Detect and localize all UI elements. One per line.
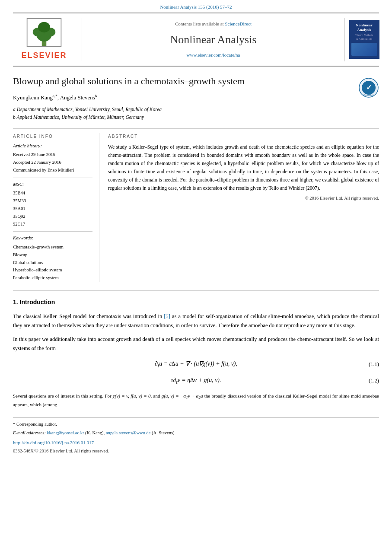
msc-code-2: 35M33 bbox=[13, 197, 92, 205]
equation-1-1: ∂tu = ε∆u − ∇ · (u∇χ(v)) + f(u, v), (1.1… bbox=[13, 359, 379, 369]
email2-link[interactable]: angela.stevens@wwu.de bbox=[106, 430, 151, 435]
affil-a: a Department of Mathematics, Yonsei Univ… bbox=[13, 105, 379, 113]
email1-link[interactable]: kkang@yonsei.ac.kr bbox=[47, 430, 84, 435]
svg-point-4 bbox=[38, 22, 50, 32]
author1-name: Kyungkeun Kang bbox=[13, 94, 53, 101]
paper-content: ✓ CrossMark Blowup and global solutions … bbox=[13, 75, 379, 455]
msc-code-1: 35B44 bbox=[13, 189, 92, 197]
corresponding-author-note: * Corresponding author. bbox=[13, 421, 379, 428]
journal-center: Contents lists available at ScienceDirec… bbox=[82, 18, 344, 61]
abstract-text: We study a Keller–Segel type of system, … bbox=[108, 143, 379, 192]
separator-1 bbox=[13, 128, 379, 129]
crossmark-icon: ✓ CrossMark bbox=[358, 77, 379, 98]
copyright-line: © 2016 Elsevier Ltd. All rights reserved… bbox=[108, 195, 379, 202]
info-sep-2 bbox=[13, 231, 92, 232]
intro-section: 1. Introduction The classical Keller–Seg… bbox=[13, 290, 379, 408]
cover-title: NonlinearAnalysis bbox=[356, 23, 373, 32]
two-column-section: ARTICLE INFO Article history: Received 2… bbox=[13, 133, 379, 282]
svg-text:CrossMark: CrossMark bbox=[363, 94, 374, 96]
abstract-title: ABSTRACT bbox=[108, 133, 379, 140]
intro-para1-text: The classical Keller–Segel model for che… bbox=[13, 313, 164, 319]
author2-name: Angela Stevens bbox=[60, 94, 95, 101]
email-label: E-mail addresses: bbox=[13, 430, 46, 435]
ref-5-link[interactable]: [5] bbox=[164, 313, 170, 319]
keywords-label: Keywords: bbox=[13, 234, 92, 242]
elsevier-tree-icon bbox=[25, 18, 64, 48]
para3-math2: g(u, v) = −α1v + α2u bbox=[162, 393, 203, 398]
cover-subtitle: Theory, Methods& Applications bbox=[355, 33, 373, 41]
para3-math1: χ(v) = v, f(u, v) = 0, bbox=[113, 393, 152, 398]
cover-box: NonlinearAnalysis Theory, Methods& Appli… bbox=[349, 20, 379, 59]
affil-b-text: b Applied Mathematics, University of Mün… bbox=[13, 113, 144, 121]
abstract-section: ABSTRACT We study a Keller–Segel type of… bbox=[108, 133, 379, 282]
eq2-math: τ∂tv = η∆v + g(u, v). bbox=[171, 377, 221, 383]
keywords-list: Chemotaxis–growth system Blowup Global s… bbox=[13, 243, 92, 282]
article-dates: Received 29 June 2015 Accepted 22 Januar… bbox=[13, 151, 92, 174]
contents-label: Contents lists available at bbox=[175, 21, 224, 26]
communicated-by: Communicated by Enzo Mitidieri bbox=[13, 166, 92, 174]
author2-sup: b bbox=[95, 94, 97, 98]
section-heading-intro: 1. Introduction bbox=[13, 298, 379, 307]
affil-b: b Applied Mathematics, University of Mün… bbox=[13, 113, 379, 121]
accepted-date: Accepted 22 January 2016 bbox=[13, 159, 92, 166]
email2-name: (A. Stevens). bbox=[152, 430, 175, 435]
paper-title: Blowup and global solutions in a chemota… bbox=[13, 75, 379, 88]
doi-text: http://dx.doi.org/10.1016/j.na.2016.01.0… bbox=[13, 440, 94, 445]
msc-code-4: 35Q92 bbox=[13, 213, 92, 220]
footnote-section: * Corresponding author. E-mail addresses… bbox=[13, 417, 379, 455]
authors-line: Kyungkeun Kanga,*, Angela Stevensb bbox=[13, 93, 379, 102]
section-number: 1. bbox=[13, 299, 18, 306]
eq1-math: ∂tu = ε∆u − ∇ · (u∇χ(v)) + f(u, v), bbox=[155, 360, 237, 367]
para3-text2: and bbox=[152, 393, 161, 398]
keyword-3: Global solutions bbox=[13, 259, 92, 267]
author1-sup-star: ,* bbox=[54, 94, 57, 98]
intro-para3: Several questions are of interest in thi… bbox=[13, 392, 379, 408]
corresponding-label: * Corresponding author. bbox=[13, 422, 57, 427]
article-info: ARTICLE INFO Article history: Received 2… bbox=[13, 133, 99, 282]
affil-a-text: a Department of Mathematics, Yonsei Univ… bbox=[13, 105, 162, 113]
info-sep-1 bbox=[13, 178, 92, 178]
journal-citation-text: Nonlinear Analysis 135 (2016) 57–72 bbox=[160, 4, 232, 10]
email-addresses: E-mail addresses: kkang@yonsei.ac.kr (K.… bbox=[13, 430, 379, 436]
journal-header: ELSEVIER Contents lists available at Sci… bbox=[13, 13, 379, 67]
equation-1-2: τ∂tv = η∆v + g(u, v). (1.2) bbox=[13, 376, 379, 386]
equation-1-1-content: ∂tu = ε∆u − ∇ · (u∇χ(v)) + f(u, v), bbox=[13, 359, 379, 369]
msc-label: MSC: bbox=[13, 181, 92, 188]
received-date: Received 29 June 2015 bbox=[13, 151, 92, 159]
equation-1-2-number: (1.2) bbox=[369, 377, 379, 385]
journal-title-header: Nonlinear Analysis bbox=[170, 31, 256, 48]
msc-codes: 35B44 35M33 35A01 35Q92 92C17 bbox=[13, 189, 92, 228]
email1-name: (K. Kang), bbox=[85, 430, 105, 435]
affiliations: a Department of Mathematics, Yonsei Univ… bbox=[13, 105, 379, 121]
history-label: Article history: bbox=[13, 142, 92, 150]
journal-cover-image: NonlinearAnalysis Theory, Methods& Appli… bbox=[344, 18, 379, 61]
article-info-title: ARTICLE INFO bbox=[13, 133, 92, 140]
elsevier-brand-text: ELSEVIER bbox=[21, 50, 67, 61]
para3-text: Several questions are of interest in thi… bbox=[13, 393, 113, 398]
msc-code-5: 92C17 bbox=[13, 220, 92, 228]
sciencedirect-name: ScienceDirect bbox=[225, 21, 252, 26]
keyword-2: Blowup bbox=[13, 251, 92, 259]
issn-line: 0362-546X/© 2016 Elsevier Ltd. All right… bbox=[13, 448, 379, 455]
svg-text:✓: ✓ bbox=[366, 84, 372, 91]
journal-url[interactable]: www.elsevier.com/locate/na bbox=[187, 51, 240, 59]
section-title-text: Introduction bbox=[20, 299, 55, 306]
elsevier-logo: ELSEVIER bbox=[13, 18, 82, 61]
equation-1-2-content: τ∂tv = η∆v + g(u, v). bbox=[13, 376, 379, 386]
sciencedirect-line: Contents lists available at ScienceDirec… bbox=[175, 20, 252, 28]
keyword-5: Parabolic–elliptic system bbox=[13, 274, 92, 282]
keyword-4: Hyperbolic–elliptic system bbox=[13, 266, 92, 274]
equation-1-1-number: (1.1) bbox=[369, 360, 379, 369]
crossmark-container: ✓ CrossMark bbox=[358, 77, 379, 101]
intro-para1: The classical Keller–Segel model for che… bbox=[13, 312, 379, 331]
intro-para2: In this paper we additionally take into … bbox=[13, 335, 379, 353]
doi-link[interactable]: http://dx.doi.org/10.1016/j.na.2016.01.0… bbox=[13, 439, 379, 446]
keyword-1: Chemotaxis–growth system bbox=[13, 243, 92, 251]
msc-code-3: 35A01 bbox=[13, 205, 92, 213]
journal-citation-top: Nonlinear Analysis 135 (2016) 57–72 bbox=[0, 0, 392, 13]
